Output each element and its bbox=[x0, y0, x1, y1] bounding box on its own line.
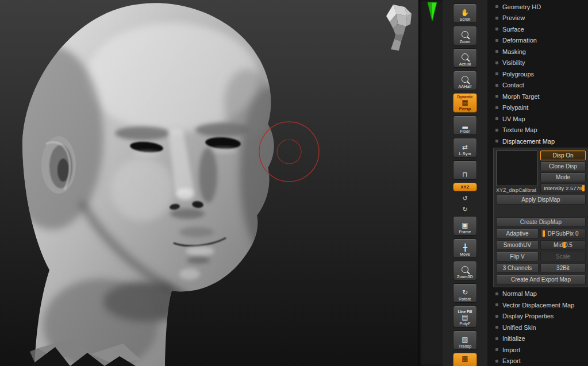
shelf-button-label: Scroll bbox=[460, 17, 471, 22]
subpalette-display-properties[interactable]: Display Properties bbox=[487, 311, 588, 322]
slider-handle[interactable] bbox=[582, 185, 585, 191]
shelf-button-scroll[interactable]: ✋ Scroll bbox=[453, 3, 477, 23]
subpalette-polygroups[interactable]: Polygroups bbox=[487, 68, 588, 80]
shelf-button-rotate[interactable]: ↻ Rotate bbox=[453, 283, 477, 303]
subpalette-icon bbox=[495, 337, 498, 340]
clone-disp-button[interactable]: Clone Disp bbox=[540, 161, 586, 171]
shelf-button-aahalf[interactable]: AAHalf bbox=[453, 71, 477, 90]
shelf-button-xyz[interactable]: XYZ bbox=[453, 183, 477, 191]
subpalette-initialize[interactable]: Initialize bbox=[487, 333, 588, 345]
subpalette-deformation[interactable]: Deformation bbox=[487, 35, 588, 47]
hand-icon: ✋ bbox=[461, 9, 470, 17]
subpalette-uv-map[interactable]: UV Map bbox=[487, 113, 588, 125]
shelf-button-label: Zoom3D bbox=[457, 274, 473, 279]
smoothuv-button[interactable]: SmoothUV bbox=[496, 240, 539, 250]
shelf-button-curve-b[interactable]: ↻ bbox=[453, 205, 477, 213]
shelf-button-zoom[interactable]: Zoom bbox=[453, 26, 477, 45]
subpalette-icon bbox=[495, 61, 498, 64]
create-dispmap-button[interactable]: Create DispMap bbox=[496, 217, 586, 227]
shelf-button-move[interactable]: ╋ Move bbox=[453, 238, 477, 258]
channels-button[interactable]: 3 Channels bbox=[496, 263, 539, 273]
shelf-button-label: Rotate bbox=[459, 296, 471, 302]
shelf-button-transp[interactable]: ▨ Transp bbox=[453, 330, 477, 350]
shelf-button-persp[interactable]: Dynamic ▦ Persp bbox=[453, 93, 477, 113]
subpalette-geometry-hd[interactable]: Geometry HD bbox=[487, 1, 588, 13]
right-shelf: ✋ Scroll Zoom Actual AAHalf Dynamic ▦ Pe… bbox=[443, 0, 487, 366]
symmetry-arrows-icon: ⇄ bbox=[462, 144, 468, 151]
sculpt-scene bbox=[0, 0, 418, 366]
curve-hook-icon: ↻ bbox=[462, 206, 467, 213]
subpalette-icon bbox=[495, 95, 498, 98]
mid-slider[interactable]: Mid 0.5 bbox=[540, 240, 586, 250]
subpalette-displacement-map[interactable]: Displacement Map bbox=[487, 136, 588, 147]
rotate-icon: ↻ bbox=[462, 289, 468, 296]
tray-marker-arrow-icon[interactable] bbox=[426, 1, 438, 23]
subpalette-preview[interactable]: Preview bbox=[487, 13, 588, 24]
slider-handle[interactable] bbox=[563, 242, 566, 248]
create-and-export-map-button[interactable]: Create And Export Map bbox=[496, 275, 586, 284]
perspective-grid-icon: ▦ bbox=[462, 99, 468, 106]
magnifier-icon bbox=[462, 31, 468, 38]
shelf-button-local-symmetry[interactable]: ⊓ bbox=[453, 160, 477, 180]
subpalette-icon bbox=[495, 50, 498, 53]
shelf-button-floor[interactable]: ▂ Floor bbox=[453, 115, 477, 135]
disp-on-button[interactable]: Disp On bbox=[540, 151, 586, 160]
shelf-button-actual[interactable]: Actual bbox=[453, 48, 477, 68]
subpalette-masking[interactable]: Masking bbox=[487, 46, 588, 57]
shelf-button-solo[interactable]: ▩ bbox=[453, 353, 477, 366]
canvas-3d-viewport[interactable] bbox=[0, 0, 418, 366]
bit-depth-button[interactable]: 32Bit bbox=[540, 263, 586, 273]
subpalette-import[interactable]: Import bbox=[487, 344, 588, 356]
floor-line-icon: ▂ bbox=[462, 121, 467, 129]
subpalette-unified-skin[interactable]: Unified Skin bbox=[487, 322, 588, 333]
zbrush-window: ✋ Scroll Zoom Actual AAHalf Dynamic ▦ Pe… bbox=[0, 0, 588, 366]
shelf-button-label: Actual bbox=[459, 61, 471, 67]
shelf-button-label: Floor bbox=[460, 129, 470, 134]
subpalette-icon bbox=[495, 315, 498, 318]
displacement-map-name: XYZ_dispCalibrat bbox=[496, 187, 539, 193]
subpalette-icon bbox=[495, 292, 498, 295]
subpalette-icon bbox=[495, 129, 498, 132]
mode-button[interactable]: Mode bbox=[540, 172, 586, 182]
local-symmetry-icon: ⊓ bbox=[462, 171, 467, 179]
subpalette-contact[interactable]: Contact bbox=[487, 80, 588, 91]
shelf-button-polyframe[interactable]: Line Fill ▤ PolyF bbox=[453, 306, 477, 328]
shelf-button-zoom3d[interactable]: Zoom3D bbox=[453, 261, 477, 280]
subpalette-icon bbox=[495, 17, 498, 20]
subpalette-icon bbox=[495, 28, 498, 30]
shelf-button-lsym[interactable]: ⇄ L.Sym bbox=[453, 138, 477, 157]
flipv-button[interactable]: Flip V bbox=[496, 252, 539, 261]
subpalette-normal-map[interactable]: Normal Map bbox=[487, 288, 588, 300]
displacement-map-section: XYZ_dispCalibrat Disp On Clone Disp Mode… bbox=[493, 148, 588, 287]
shelf-button-curve-a[interactable]: ↺ bbox=[453, 194, 477, 202]
shelf-button-frame[interactable]: ▣ Frame bbox=[453, 216, 477, 236]
frame-icon: ▣ bbox=[462, 222, 468, 229]
subpalette-vector-displacement-map[interactable]: Vector Displacement Map bbox=[487, 299, 588, 311]
slider-handle[interactable] bbox=[543, 230, 545, 237]
apply-dispmap-button[interactable]: Apply DispMap bbox=[496, 195, 586, 205]
subpalette-texture-map[interactable]: Texture Map bbox=[487, 125, 588, 136]
intensity-slider[interactable]: Intensity 2.5778 bbox=[540, 183, 586, 193]
polyframe-icon: ▤ bbox=[462, 314, 468, 321]
move-cross-icon: ╋ bbox=[463, 244, 467, 252]
solo-icon: ▩ bbox=[462, 355, 468, 363]
subpalette-icon bbox=[495, 106, 498, 109]
shelf-button-label: Move bbox=[460, 252, 470, 257]
dpsubpix-slider[interactable]: DPSubPix 0 bbox=[540, 229, 586, 238]
subpalette-morph-target[interactable]: Morph Target bbox=[487, 91, 588, 102]
subpalette-visibility[interactable]: Visibility bbox=[487, 57, 588, 69]
subpalette-export[interactable]: Export bbox=[487, 356, 588, 366]
adaptive-button[interactable]: Adaptive bbox=[496, 229, 539, 238]
subpalette-surface[interactable]: Surface bbox=[487, 24, 588, 35]
shelf-button-label: L.Sym bbox=[459, 151, 471, 156]
magnifier-icon bbox=[462, 76, 468, 83]
subpalette-icon bbox=[495, 72, 498, 75]
subpalette-icon bbox=[495, 140, 498, 142]
tray-divider[interactable] bbox=[418, 0, 443, 366]
displacement-map-thumbnail[interactable] bbox=[496, 151, 537, 186]
transparency-icon: ▨ bbox=[462, 336, 468, 344]
shelf-button-label: AAHalf bbox=[459, 84, 472, 89]
subpalette-polypaint[interactable]: Polypaint bbox=[487, 102, 588, 114]
curve-hook-icon: ↺ bbox=[462, 195, 467, 202]
subpalette-icon bbox=[495, 39, 498, 42]
